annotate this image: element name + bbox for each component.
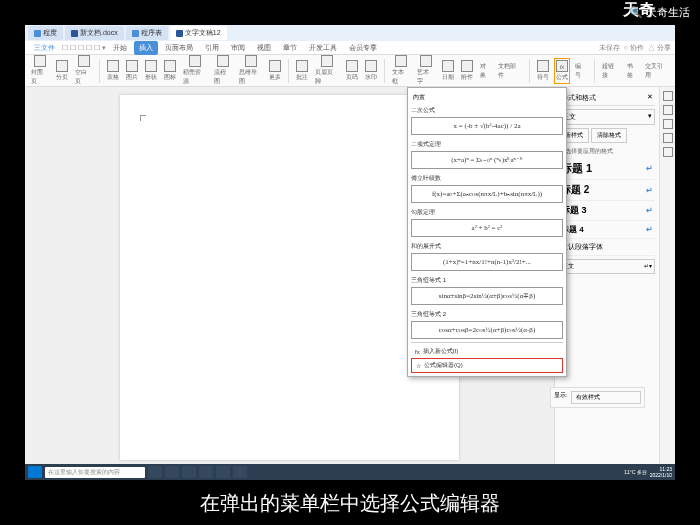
style-list-label: 请选择要应用的格式 [559,147,655,156]
start-button[interactable] [28,466,42,478]
taskbar-clock[interactable]: 11:23 2022/1/10 [650,466,672,478]
tab-doc-3[interactable]: 程序表 [126,26,168,40]
ribbon-cover[interactable]: 封面页 [29,54,51,87]
doc-icon [176,30,183,37]
menu-review[interactable]: 审阅 [226,41,250,55]
ribbon-docparts[interactable]: 文档部件 [496,61,524,81]
ribbon-mindmap[interactable]: 思维导图 [237,54,265,87]
menu-share[interactable]: △ 分享 [648,43,671,53]
ribbon-crossref[interactable]: 交叉引用 [643,61,671,81]
menu-file[interactable]: 三文件 [29,41,60,55]
formula-trig-2[interactable]: cosα+cosβ=2cos½(α+β)cos½(α-β) [411,321,563,339]
insert-new-formula[interactable]: fx插入新公式(I) [411,345,563,358]
weather-widget[interactable]: 11°C 多云 [624,469,647,475]
close-icon[interactable]: ✕ [647,93,653,103]
ribbon-resource[interactable]: 稻売资源 [181,54,209,87]
formula-editor[interactable]: ☆公式编辑器(Q) [411,358,563,373]
menu-collab[interactable]: ○ 协作 [624,43,644,53]
style-heading-2[interactable]: 标题 2↵ [559,180,655,201]
style-heading-3[interactable]: 标题 3↵ [559,201,655,221]
app-window: 程度 新文档.docx 程序表 文字文稿12 三文件 ☐ ☐ ☐ ☐ ☐ ▾ 开… [25,25,675,480]
ribbon-formula[interactable]: fx公式 [554,58,570,84]
clear-format-button[interactable]: 清除格式 [591,128,627,143]
date-icon [442,60,454,72]
side-icon-3[interactable] [663,119,673,129]
ribbon-icons[interactable]: 图标 [162,59,178,83]
ribbon-object[interactable]: 对象 [478,61,494,81]
ribbon-table[interactable]: 表格 [105,59,121,83]
ribbon-more[interactable]: 更多 [267,59,283,83]
menu-layout[interactable]: 页面布局 [160,41,198,55]
menu-insert[interactable]: 插入 [134,41,158,55]
ribbon-image[interactable]: 图片 [124,59,140,83]
taskbar-app[interactable] [233,466,247,478]
cover-icon [34,55,46,67]
ribbon-shape[interactable]: 形状 [143,59,159,83]
side-icon-4[interactable] [663,133,673,143]
workspace: 内置 二次公式 x = (-b ± √(b²-4ac)) / 2a 二项式定理 … [25,87,675,468]
tab-doc-4[interactable]: 文字文稿12 [170,26,227,40]
doc-icon [34,30,41,37]
style-heading-1[interactable]: 标题 1↵ [559,158,655,180]
ribbon-wordart[interactable]: 艺术字 [415,54,437,87]
ribbon-watermark[interactable]: 水印 [363,59,379,83]
ribbon-hyperlink[interactable]: 超链接 [600,61,622,81]
formula-group-label: 三角恒等式 2 [411,308,563,321]
side-icon-5[interactable] [663,147,673,157]
show-select[interactable]: 有效样式 [571,391,641,404]
style-heading-4[interactable]: 标题 4↵ [559,221,655,239]
styles-panel: 样式和格式 ✕ 正文 ▾ 新样式 清除格式 请选择要应用的格式 标题 1↵ 标题… [554,87,659,468]
style-body-select[interactable]: 正文↵▾ [559,259,655,274]
ribbon-flowchart[interactable]: 流程图 [212,54,234,87]
ribbon-pagenum[interactable]: 页码 [344,59,360,83]
side-icon-1[interactable] [663,91,673,101]
menu-reference[interactable]: 引用 [200,41,224,55]
formula-expansion[interactable]: (1+x)ⁿ=1+nx/1!+n(n-1)x²/2!+... [411,253,563,271]
side-icon-2[interactable] [663,105,673,115]
taskbar-search[interactable]: 在这里输入你要搜索的内容 [45,467,145,478]
ribbon-bookmark[interactable]: 书签 [625,61,641,81]
taskbar-app[interactable] [148,466,162,478]
ribbon-textbox[interactable]: 文本框 [390,54,412,87]
ribbon-blank[interactable]: 空白页 [73,54,95,87]
ribbon-date[interactable]: 日期 [440,59,456,83]
current-style[interactable]: 正文 ▾ [559,109,655,125]
resource-icon [189,55,201,67]
formula-trig-1[interactable]: sinα±sinβ=2sin½(α±β)cos½(α∓β) [411,287,563,305]
taskbar-app[interactable] [165,466,179,478]
ribbon-pagebreak[interactable]: 分页 [54,59,70,83]
ribbon-symbol[interactable]: 符号 [535,59,551,83]
mindmap-icon [245,55,257,67]
menu-chapter[interactable]: 章节 [278,41,302,55]
ribbon-header[interactable]: 页眉页脚 [313,54,341,87]
wordart-icon [420,55,432,67]
tab-label: 程序表 [141,28,162,38]
ribbon-attach[interactable]: 附件 [459,59,475,83]
header-icon [321,55,333,67]
taskbar-app[interactable] [199,466,213,478]
ribbon-comment[interactable]: 批注 [294,59,310,83]
ribbon-toolbar: 封面页 分页 空白页 表格 图片 形状 图标 稻売资源 流程图 思维导图 更多 … [25,55,675,87]
ribbon-number[interactable]: 编号 [573,61,589,81]
quick-icons[interactable]: ☐ ☐ ☐ ☐ ☐ ▾ [62,44,106,52]
menu-view[interactable]: 视图 [252,41,276,55]
pagenum-icon [346,60,358,72]
menu-devtools[interactable]: 开发工具 [304,41,342,55]
formula-group-label: 和的展开式 [411,240,563,253]
menu-member[interactable]: 会员专享 [344,41,382,55]
style-default-para[interactable]: 默认段落字体 [559,239,655,256]
formula-binomial[interactable]: (x+a)ⁿ = Σₖ₌₀ⁿ (ⁿₖ)xᵏaⁿ⁻ᵏ [411,151,563,169]
tab-doc-2[interactable]: 新文档.docx [65,26,124,40]
formula-quadratic[interactable]: x = (-b ± √(b²-4ac)) / 2a [411,117,563,135]
menu-unsaved[interactable]: 未保存 [599,43,620,53]
tab-doc-1[interactable]: 程度 [28,26,63,40]
doc-icon [132,30,139,37]
arrow-icon: ↵ [646,186,653,195]
taskbar-app[interactable] [216,466,230,478]
menu-bar: 三文件 ☐ ☐ ☐ ☐ ☐ ▾ 开始 插入 页面布局 引用 审阅 视图 章节 开… [25,41,675,55]
formula-fourier[interactable]: f(x)=a₀+Σ(aₙcos(nπx/L)+bₙsin(nπx/L)) [411,185,563,203]
menu-start[interactable]: 开始 [108,41,132,55]
formula-pythagoras[interactable]: a² + b² = c² [411,219,563,237]
icons-icon [164,60,176,72]
taskbar-app[interactable] [182,466,196,478]
